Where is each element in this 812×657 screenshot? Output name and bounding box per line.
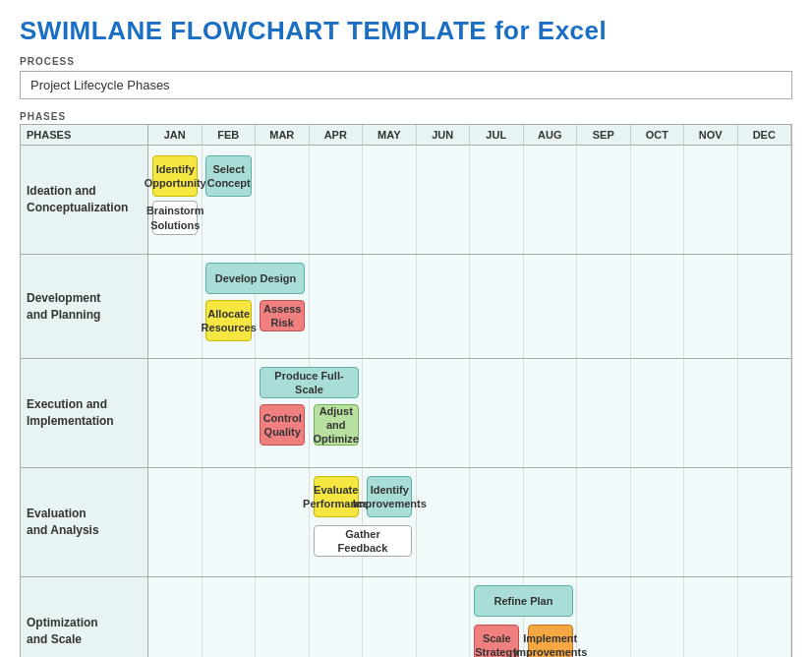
cell-development-8 [577, 255, 631, 358]
cell-ideation-3 [310, 146, 364, 254]
cell-optimization-9 [631, 577, 685, 657]
cell-development-6 [470, 255, 524, 358]
cell-ideation-8 [577, 146, 631, 254]
lane-cells-execution: Produce Full-ScaleControlQualityAdjust a… [148, 359, 791, 467]
cell-ideation-7 [524, 146, 578, 254]
month-header-dec: DEC [738, 125, 792, 145]
cell-evaluation-0 [148, 468, 203, 576]
cell-development-5 [417, 255, 471, 358]
cell-execution-6 [470, 359, 524, 467]
month-header-jun: JUN [417, 125, 471, 145]
cell-execution-10 [684, 359, 738, 467]
month-header-mar: MAR [256, 125, 310, 145]
cell-optimization-0 [148, 577, 203, 657]
month-header-apr: APR [310, 125, 364, 145]
cell-ideation-9 [631, 146, 685, 254]
cell-development-4 [363, 255, 417, 358]
cell-evaluation-6 [470, 468, 524, 576]
lane-cells-optimization: Refine PlanScaleStrategyImplementImprove… [148, 577, 791, 657]
cell-execution-9 [631, 359, 685, 467]
cell-optimization-11 [738, 577, 792, 657]
process-input[interactable] [20, 71, 792, 99]
cell-ideation-5 [417, 146, 471, 254]
cell-optimization-2 [256, 577, 310, 657]
main-title: SWIMLANE FLOWCHART TEMPLATE for Excel [20, 16, 792, 46]
cell-development-7 [524, 255, 578, 358]
cell-ideation-4 [363, 146, 417, 254]
cell-optimization-8 [577, 577, 631, 657]
cell-evaluation-2 [256, 468, 310, 576]
cell-evaluation-1 [203, 468, 257, 576]
cell-execution-2 [256, 359, 310, 467]
lane-label-optimization: Optimizationand Scale [21, 577, 148, 657]
cell-development-3 [310, 255, 364, 358]
cell-optimization-4 [363, 577, 417, 657]
cell-ideation-11 [738, 146, 792, 254]
cell-optimization-3 [310, 577, 364, 657]
lane-execution: Execution andImplementationProduce Full-… [21, 359, 791, 468]
cell-ideation-1 [203, 146, 257, 254]
cell-evaluation-4 [363, 468, 417, 576]
lane-label-evaluation: Evaluationand Analysis [21, 468, 148, 576]
phases-label: PHASES [20, 111, 792, 122]
lane-cells-development: Develop DesignAllocateResourcesAssess Ri… [148, 255, 791, 358]
grid-container: PHASES JANFEBMARAPRMAYJUNJULAUGSEPOCTNOV… [20, 124, 792, 657]
lane-ideation: Ideation andConceptualizationIdentifyOpp… [21, 146, 791, 255]
lane-optimization: Optimizationand ScaleRefine PlanScaleStr… [21, 577, 791, 657]
process-label: PROCESS [20, 56, 792, 67]
cell-development-1 [203, 255, 257, 358]
cell-development-11 [738, 255, 792, 358]
month-header-feb: FEB [203, 125, 257, 145]
month-header-oct: OCT [631, 125, 685, 145]
phases-header-cell: PHASES [21, 125, 148, 145]
cell-evaluation-11 [738, 468, 792, 576]
cell-optimization-5 [417, 577, 471, 657]
cell-execution-8 [577, 359, 631, 467]
cell-optimization-10 [684, 577, 738, 657]
cell-ideation-10 [684, 146, 738, 254]
month-header-sep: SEP [577, 125, 631, 145]
lane-evaluation: Evaluationand AnalysisEvaluatePerformanc… [21, 468, 791, 577]
month-header-nov: NOV [684, 125, 738, 145]
lane-development: Developmentand PlanningDevelop DesignAll… [21, 255, 791, 359]
lane-label-execution: Execution andImplementation [21, 359, 148, 467]
month-header-aug: AUG [524, 125, 578, 145]
cell-development-0 [148, 255, 203, 358]
cell-evaluation-9 [631, 468, 685, 576]
cell-optimization-6 [470, 577, 524, 657]
cell-evaluation-3 [310, 468, 364, 576]
cell-optimization-1 [203, 577, 257, 657]
cell-development-10 [684, 255, 738, 358]
header-row: PHASES JANFEBMARAPRMAYJUNJULAUGSEPOCTNOV… [21, 125, 791, 146]
cell-ideation-2 [256, 146, 310, 254]
lane-cells-evaluation: EvaluatePerformanceIdentifyImprovementsG… [148, 468, 791, 576]
cell-development-2 [256, 255, 310, 358]
cell-ideation-0 [148, 146, 203, 254]
cell-evaluation-5 [417, 468, 471, 576]
cell-execution-1 [203, 359, 257, 467]
lane-label-ideation: Ideation andConceptualization [21, 146, 148, 254]
cell-evaluation-7 [524, 468, 578, 576]
cell-execution-7 [524, 359, 578, 467]
cell-execution-0 [148, 359, 203, 467]
cell-evaluation-8 [577, 468, 631, 576]
cell-development-9 [631, 255, 685, 358]
cell-execution-4 [363, 359, 417, 467]
cell-ideation-6 [470, 146, 524, 254]
cell-evaluation-10 [684, 468, 738, 576]
cell-execution-11 [738, 359, 792, 467]
month-header-jan: JAN [148, 125, 203, 145]
cell-execution-3 [310, 359, 364, 467]
lane-label-development: Developmentand Planning [21, 255, 148, 358]
cell-optimization-7 [524, 577, 578, 657]
lane-cells-ideation: IdentifyOpportunitySelectConceptBrainsto… [148, 146, 791, 254]
month-header-may: MAY [363, 125, 417, 145]
month-header-jul: JUL [470, 125, 524, 145]
cell-execution-5 [417, 359, 471, 467]
